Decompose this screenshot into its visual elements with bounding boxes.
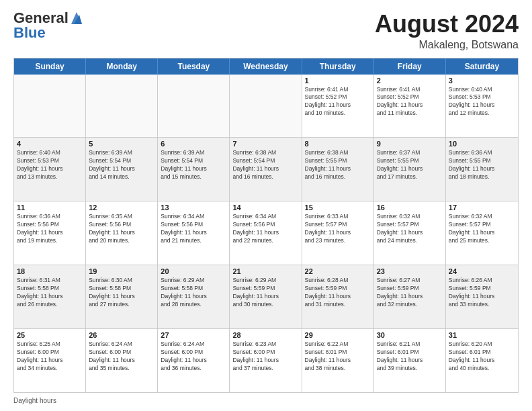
day-of-week-sunday: Sunday (14, 58, 86, 75)
calendar-cell-day-19: 19Sunrise: 6:30 AM Sunset: 5:58 PM Dayli… (86, 265, 158, 328)
calendar-cell-day-15: 15Sunrise: 6:33 AM Sunset: 5:57 PM Dayli… (302, 201, 374, 265)
calendar-week-5: 25Sunrise: 6:25 AM Sunset: 6:00 PM Dayli… (14, 328, 518, 392)
day-number: 18 (17, 267, 83, 275)
calendar-cell-empty (86, 75, 158, 138)
calendar-cell-empty (230, 75, 302, 138)
calendar-cell-day-6: 6Sunrise: 6:39 AM Sunset: 5:54 PM Daylig… (158, 138, 230, 201)
calendar-cell-day-20: 20Sunrise: 6:29 AM Sunset: 5:58 PM Dayli… (158, 265, 230, 328)
calendar-cell-day-11: 11Sunrise: 6:36 AM Sunset: 5:56 PM Dayli… (14, 201, 86, 265)
logo: General Blue (13, 11, 83, 42)
calendar-cell-day-27: 27Sunrise: 6:24 AM Sunset: 6:00 PM Dayli… (158, 329, 230, 392)
day-info: Sunrise: 6:23 AM Sunset: 6:00 PM Dayligh… (232, 340, 298, 373)
day-of-week-wednesday: Wednesday (230, 58, 302, 75)
day-info: Sunrise: 6:21 AM Sunset: 6:01 PM Dayligh… (377, 340, 443, 373)
day-info: Sunrise: 6:34 AM Sunset: 5:56 PM Dayligh… (161, 213, 226, 245)
calendar-cell-day-23: 23Sunrise: 6:27 AM Sunset: 5:59 PM Dayli… (374, 265, 446, 328)
day-of-week-thursday: Thursday (302, 58, 374, 75)
day-info: Sunrise: 6:22 AM Sunset: 6:01 PM Dayligh… (305, 340, 371, 373)
day-info: Sunrise: 6:28 AM Sunset: 5:59 PM Dayligh… (305, 277, 371, 309)
day-info: Sunrise: 6:34 AM Sunset: 5:56 PM Dayligh… (232, 213, 298, 245)
day-number: 8 (305, 140, 371, 148)
calendar-cell-day-21: 21Sunrise: 6:29 AM Sunset: 5:59 PM Dayli… (230, 265, 302, 328)
day-info: Sunrise: 6:27 AM Sunset: 5:59 PM Dayligh… (377, 277, 443, 309)
calendar-cell-day-26: 26Sunrise: 6:24 AM Sunset: 6:00 PM Dayli… (86, 329, 158, 392)
calendar-cell-day-3: 3Sunrise: 6:40 AM Sunset: 5:53 PM Daylig… (446, 75, 518, 138)
day-info: Sunrise: 6:24 AM Sunset: 6:00 PM Dayligh… (89, 340, 154, 373)
calendar-cell-day-29: 29Sunrise: 6:22 AM Sunset: 6:01 PM Dayli… (302, 329, 374, 392)
day-info: Sunrise: 6:39 AM Sunset: 5:54 PM Dayligh… (89, 149, 154, 181)
day-info: Sunrise: 6:30 AM Sunset: 5:58 PM Dayligh… (89, 277, 154, 309)
day-number: 10 (449, 140, 515, 148)
calendar-cell-day-31: 31Sunrise: 6:20 AM Sunset: 6:01 PM Dayli… (446, 329, 518, 392)
calendar-cell-day-16: 16Sunrise: 6:32 AM Sunset: 5:57 PM Dayli… (374, 201, 446, 265)
calendar-cell-day-18: 18Sunrise: 6:31 AM Sunset: 5:58 PM Dayli… (14, 265, 86, 328)
day-number: 2 (377, 77, 443, 85)
logo-icon (70, 11, 83, 26)
day-number: 24 (449, 267, 515, 275)
calendar-cell-day-28: 28Sunrise: 6:23 AM Sunset: 6:00 PM Dayli… (230, 329, 302, 392)
calendar-cell-day-14: 14Sunrise: 6:34 AM Sunset: 5:56 PM Dayli… (230, 201, 302, 265)
location-title: Makaleng, Botswana (375, 39, 519, 51)
day-info: Sunrise: 6:29 AM Sunset: 5:59 PM Dayligh… (232, 277, 298, 309)
day-number: 9 (377, 140, 443, 148)
day-number: 4 (17, 140, 83, 148)
calendar-cell-day-4: 4Sunrise: 6:40 AM Sunset: 5:53 PM Daylig… (14, 138, 86, 201)
calendar-header: SundayMondayTuesdayWednesdayThursdayFrid… (14, 58, 518, 75)
day-of-week-monday: Monday (86, 58, 158, 75)
day-number: 1 (305, 77, 371, 85)
day-number: 5 (89, 140, 154, 148)
day-number: 20 (161, 267, 226, 275)
header: General Blue August 2024 Makaleng, Botsw… (13, 11, 519, 51)
day-info: Sunrise: 6:20 AM Sunset: 6:01 PM Dayligh… (449, 340, 515, 373)
day-info: Sunrise: 6:24 AM Sunset: 6:00 PM Dayligh… (161, 340, 226, 373)
calendar-cell-day-8: 8Sunrise: 6:38 AM Sunset: 5:55 PM Daylig… (302, 138, 374, 201)
day-info: Sunrise: 6:38 AM Sunset: 5:55 PM Dayligh… (305, 149, 371, 181)
calendar-cell-day-9: 9Sunrise: 6:37 AM Sunset: 5:55 PM Daylig… (374, 138, 446, 201)
day-info: Sunrise: 6:32 AM Sunset: 5:57 PM Dayligh… (449, 213, 515, 245)
calendar-week-1: 1Sunrise: 6:41 AM Sunset: 5:52 PM Daylig… (14, 75, 518, 138)
calendar-cell-day-30: 30Sunrise: 6:21 AM Sunset: 6:01 PM Dayli… (374, 329, 446, 392)
day-number: 27 (161, 331, 226, 339)
footer: Daylight hours (13, 397, 519, 404)
calendar-week-4: 18Sunrise: 6:31 AM Sunset: 5:58 PM Dayli… (14, 265, 518, 328)
day-info: Sunrise: 6:39 AM Sunset: 5:54 PM Dayligh… (161, 149, 226, 181)
day-number: 13 (161, 203, 226, 212)
day-info: Sunrise: 6:36 AM Sunset: 5:55 PM Dayligh… (449, 149, 515, 181)
calendar-cell-day-1: 1Sunrise: 6:41 AM Sunset: 5:52 PM Daylig… (302, 75, 374, 138)
calendar-cell-day-25: 25Sunrise: 6:25 AM Sunset: 6:00 PM Dayli… (14, 329, 86, 392)
day-info: Sunrise: 6:40 AM Sunset: 5:53 PM Dayligh… (17, 149, 83, 181)
day-of-week-friday: Friday (374, 58, 446, 75)
day-info: Sunrise: 6:26 AM Sunset: 5:59 PM Dayligh… (449, 277, 515, 309)
day-number: 7 (232, 140, 298, 148)
calendar-week-3: 11Sunrise: 6:36 AM Sunset: 5:56 PM Dayli… (14, 201, 518, 265)
calendar-cell-day-10: 10Sunrise: 6:36 AM Sunset: 5:55 PM Dayli… (446, 138, 518, 201)
calendar-cell-empty (158, 75, 230, 138)
calendar-body: 1Sunrise: 6:41 AM Sunset: 5:52 PM Daylig… (14, 75, 518, 392)
day-of-week-tuesday: Tuesday (158, 58, 230, 75)
day-number: 19 (89, 267, 154, 275)
day-number: 26 (89, 331, 154, 339)
day-number: 22 (305, 267, 371, 275)
calendar-cell-day-17: 17Sunrise: 6:32 AM Sunset: 5:57 PM Dayli… (446, 201, 518, 265)
day-number: 15 (305, 203, 371, 212)
day-number: 12 (89, 203, 154, 212)
title-block: August 2024 Makaleng, Botswana (375, 11, 519, 51)
day-info: Sunrise: 6:32 AM Sunset: 5:57 PM Dayligh… (377, 213, 443, 245)
day-number: 25 (17, 331, 83, 339)
calendar-week-2: 4Sunrise: 6:40 AM Sunset: 5:53 PM Daylig… (14, 137, 518, 201)
calendar-cell-day-22: 22Sunrise: 6:28 AM Sunset: 5:59 PM Dayli… (302, 265, 374, 328)
calendar-cell-day-2: 2Sunrise: 6:41 AM Sunset: 5:52 PM Daylig… (374, 75, 446, 138)
day-info: Sunrise: 6:40 AM Sunset: 5:53 PM Dayligh… (449, 86, 515, 118)
month-title: August 2024 (375, 11, 519, 38)
day-number: 11 (17, 203, 83, 212)
page: General Blue August 2024 Makaleng, Botsw… (0, 0, 532, 411)
day-number: 6 (161, 140, 226, 148)
calendar-cell-day-7: 7Sunrise: 6:38 AM Sunset: 5:54 PM Daylig… (230, 138, 302, 201)
day-info: Sunrise: 6:37 AM Sunset: 5:55 PM Dayligh… (377, 149, 443, 181)
day-number: 28 (232, 331, 298, 339)
day-number: 3 (449, 77, 515, 85)
day-info: Sunrise: 6:31 AM Sunset: 5:58 PM Dayligh… (17, 277, 83, 309)
day-info: Sunrise: 6:35 AM Sunset: 5:56 PM Dayligh… (89, 213, 154, 245)
day-number: 29 (305, 331, 371, 339)
day-number: 23 (377, 267, 443, 275)
